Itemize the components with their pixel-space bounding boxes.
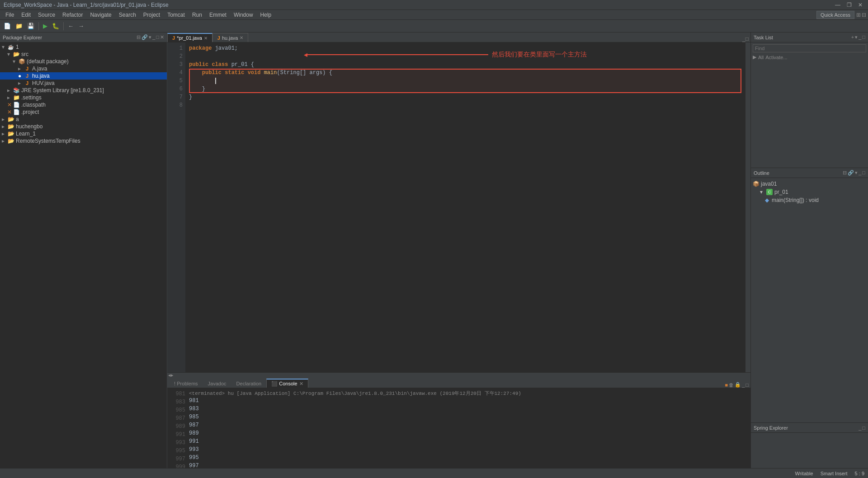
link-editor-btn[interactable]: 🔗: [848, 170, 854, 176]
link-editor-icon[interactable]: 🔗: [142, 34, 148, 40]
tab-label: hu.java: [222, 35, 238, 41]
collapse-all-icon[interactable]: ⊟: [137, 34, 141, 40]
tab-console[interactable]: ⬛ Console ✕: [266, 379, 308, 388]
console-output-993: 993: [189, 445, 747, 454]
menu-edit[interactable]: Edit: [18, 11, 34, 19]
tree-label: .settings: [21, 94, 42, 101]
collapse-all-btn[interactable]: ⊟: [843, 170, 847, 176]
menu-tomcat[interactable]: Tomcat: [164, 11, 189, 19]
tree-item-settings[interactable]: ▸ 📁 .settings: [0, 94, 167, 101]
tree-item-default-pkg[interactable]: ▾ 📦 (default package): [0, 58, 167, 65]
menu-search[interactable]: Search: [115, 11, 140, 19]
maximize-task-icon[interactable]: □: [862, 34, 865, 40]
maximize-panel-icon[interactable]: □: [156, 34, 159, 40]
menu-emmet[interactable]: Emmet: [206, 11, 230, 19]
outline-pr01[interactable]: ▾ C pr_01: [751, 188, 868, 196]
menu-navigate[interactable]: Navigate: [86, 11, 115, 19]
tree-item-project[interactable]: ✕ 📄 .project: [0, 108, 167, 116]
minimize-spring-btn[interactable]: _: [859, 425, 861, 431]
maximize-outline-btn[interactable]: □: [862, 170, 865, 176]
scroll-lock-btn[interactable]: 🔒: [735, 382, 741, 388]
tree-item-huchengbo[interactable]: ▸ 📂 huchengbo: [0, 123, 167, 130]
outline-title: Outline: [754, 170, 841, 176]
editor-vscroll[interactable]: [745, 42, 750, 372]
new-btn[interactable]: 📄: [2, 22, 13, 30]
tree-item-classpath[interactable]: ✕ 📄 .classpath: [0, 101, 167, 108]
editor-hscroll[interactable]: ◂▸: [167, 372, 750, 378]
minimize-task-icon[interactable]: _: [859, 34, 861, 40]
new-task-icon[interactable]: +: [851, 34, 854, 40]
activate-link[interactable]: Activate...: [765, 55, 787, 60]
minimize-editor-icon[interactable]: _: [742, 36, 745, 42]
code-highlighted-block: public static void main(String[] args) {…: [189, 69, 741, 93]
menu-help[interactable]: Help: [257, 11, 275, 19]
menu-source[interactable]: Source: [34, 11, 59, 19]
code-editor[interactable]: package java01; public class pr_01 { pub…: [185, 42, 745, 372]
menu-project[interactable]: Project: [140, 11, 164, 19]
tree-label: src: [21, 51, 28, 57]
tab-close-icon[interactable]: ✕: [240, 35, 243, 40]
quick-access-button[interactable]: Quick Access: [816, 11, 854, 19]
tab-javadoc[interactable]: Javadoc: [203, 379, 231, 388]
tree-item-jre[interactable]: ▸ 📚 JRE System Library [jre1.8.0_231]: [0, 87, 167, 94]
minimize-btn[interactable]: —: [833, 2, 842, 8]
view-btn[interactable]: ⊟: [862, 12, 866, 18]
menu-file[interactable]: File: [2, 11, 18, 19]
close-btn[interactable]: ✕: [856, 2, 864, 8]
minimize-outline-btn[interactable]: _: [859, 170, 861, 176]
console-line-num: 981: [171, 390, 185, 398]
tree-item-root1[interactable]: ▾ ☕ 1: [0, 43, 167, 51]
maximize-spring-btn[interactable]: □: [862, 425, 865, 431]
run-btn[interactable]: ▶: [41, 22, 49, 30]
stop-btn[interactable]: ■: [725, 382, 728, 388]
tab-pr01java[interactable]: J *pr_01.java ✕: [167, 33, 212, 42]
debug-btn[interactable]: 🐛: [50, 22, 61, 30]
task-search-input[interactable]: [753, 44, 866, 52]
tab-declaration[interactable]: Declaration: [231, 379, 267, 388]
maximize-editor-icon[interactable]: □: [745, 36, 749, 42]
outline-content: 📦 java01 ▾ C pr_01 ◆ main(String[]) : vo…: [751, 178, 868, 422]
outline-menu-btn[interactable]: ▾: [855, 170, 858, 176]
tree-item-src[interactable]: ▾ 📂 src: [0, 51, 167, 58]
tree-item-learn1[interactable]: ▸ 📂 Learn_1: [0, 130, 167, 137]
open-btn[interactable]: 📁: [14, 22, 24, 30]
editor-content[interactable]: 1 2 3 4 5 6 7 8 package java01; public c…: [167, 42, 750, 372]
maximize-bottom-icon[interactable]: □: [745, 382, 749, 388]
clear-btn[interactable]: 🗑: [729, 382, 734, 388]
tab-close-icon[interactable]: ✕: [299, 381, 303, 387]
save-btn[interactable]: 💾: [25, 22, 36, 30]
editor-area: J *pr_01.java ✕ J hu.java ✕ _ □ 1: [167, 33, 750, 378]
tree-item-a[interactable]: ▸ 📂 a: [0, 116, 167, 123]
console-line-num: 999: [171, 463, 185, 468]
outline-java01[interactable]: 📦 java01: [751, 180, 868, 188]
tree-item-hujava[interactable]: ● J hu.java: [0, 72, 167, 80]
method-icon: ◆: [764, 197, 770, 203]
sep2: [63, 22, 64, 30]
menu-window[interactable]: Window: [230, 11, 257, 19]
outline-main[interactable]: ◆ main(String[]) : void: [751, 196, 868, 204]
minimize-panel-icon[interactable]: _: [152, 34, 155, 40]
view-menu-icon[interactable]: ▾: [149, 34, 151, 40]
minimize-bottom-icon[interactable]: _: [742, 382, 745, 388]
back-btn[interactable]: ←: [66, 22, 75, 30]
menu-refactor[interactable]: Refactor: [59, 11, 86, 19]
menu-run[interactable]: Run: [189, 11, 206, 19]
tab-hujava[interactable]: J hu.java ✕: [212, 33, 249, 42]
perspective-btn[interactable]: ⊞: [856, 12, 861, 18]
package-icon: 📦: [18, 58, 25, 65]
arrow-icon: ✕: [7, 102, 13, 108]
forward-btn[interactable]: →: [76, 22, 86, 30]
tree-item-huvjava[interactable]: ▸ J HUV.java: [0, 80, 167, 87]
arrow-icon: ▸: [2, 123, 7, 130]
editor-tabs: J *pr_01.java ✕ J hu.java ✕ _ □: [167, 33, 750, 42]
all-filter[interactable]: All: [758, 55, 764, 60]
tree-item-remotesystems[interactable]: ▸ 📂 RemoteSystemsTempFiles: [0, 137, 167, 145]
maximize-btn[interactable]: ❐: [845, 2, 854, 8]
close-panel-icon[interactable]: ✕: [160, 34, 164, 40]
right-panels: Task List + ▾ _ □ ▶ All Activate...: [750, 33, 868, 468]
code-line-6: }: [189, 85, 741, 93]
tab-problems[interactable]: ! Problems: [169, 379, 203, 388]
task-menu-icon[interactable]: ▾: [855, 34, 858, 40]
tab-close-icon[interactable]: ✕: [204, 36, 208, 41]
tree-item-ajava[interactable]: ▸ J A.java: [0, 65, 167, 72]
